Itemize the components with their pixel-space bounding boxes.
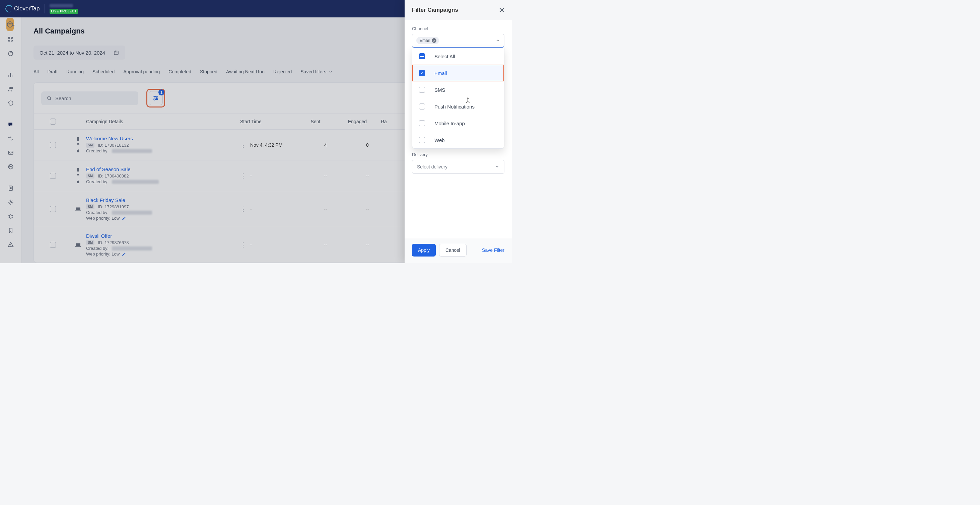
campaign-name-link[interactable]: End of Season Sale	[86, 167, 130, 172]
checkbox-icon	[419, 103, 425, 110]
option-web[interactable]: Web	[412, 132, 504, 148]
tab-approval-pending[interactable]: Approval pending	[123, 69, 160, 76]
selected-chip-email[interactable]: Email ✕	[416, 37, 439, 44]
row-checkbox[interactable]	[50, 206, 56, 212]
project-switcher[interactable]: LIVE PROJECT	[49, 4, 78, 14]
created-by-label: Created by:	[86, 148, 108, 153]
filter-button[interactable]: 1	[149, 91, 163, 105]
sliders-icon	[153, 95, 159, 102]
apple-icon	[76, 179, 80, 184]
svg-point-21	[156, 97, 158, 98]
project-name-blurred	[49, 4, 73, 7]
campaign-id: ID: 1730718132	[98, 143, 129, 148]
channel-label: Channel	[412, 26, 504, 31]
tab-running[interactable]: Running	[66, 69, 84, 76]
search-input[interactable]: Search	[41, 91, 138, 105]
chevron-down-icon	[328, 69, 333, 74]
analytics-icon[interactable]	[7, 71, 14, 78]
row-menu-button[interactable]: ⋮	[240, 172, 250, 179]
bookmark-icon[interactable]	[7, 227, 14, 234]
filter-panel: Filter Campaigns Channel Email ✕ Select …	[405, 0, 512, 263]
save-filter-link[interactable]: Save Filter	[482, 248, 504, 253]
tab-draft[interactable]: Draft	[48, 69, 57, 76]
cancel-button[interactable]: Cancel	[439, 244, 466, 257]
logo-mark-icon	[4, 4, 14, 13]
account-avatar[interactable]: ▾	[7, 21, 14, 29]
campaign-name-link[interactable]: Diwali Offer	[86, 233, 112, 239]
close-panel-button[interactable]	[499, 7, 504, 13]
svg-point-8	[9, 87, 11, 89]
option-select-all[interactable]: Select All	[412, 48, 504, 65]
tab-all[interactable]: All	[33, 69, 39, 76]
row-menu-button[interactable]: ⋮	[240, 205, 250, 213]
tab-completed[interactable]: Completed	[169, 69, 191, 76]
campaign-id: ID: 1729876678	[98, 240, 129, 245]
settings-icon[interactable]	[7, 199, 14, 206]
apple-icon	[76, 149, 80, 153]
phone-icon	[76, 137, 80, 141]
svg-rect-27	[76, 243, 80, 246]
android-icon	[76, 173, 80, 178]
platform-icons	[70, 243, 86, 247]
row-checkbox[interactable]	[50, 142, 56, 148]
tab-scheduled[interactable]: Scheduled	[92, 69, 115, 76]
tab-awaiting[interactable]: Awaiting Next Run	[226, 69, 265, 76]
col-rate: Ra	[381, 119, 401, 124]
apply-button[interactable]: Apply	[412, 244, 436, 257]
debug-icon[interactable]	[7, 213, 14, 220]
target-icon[interactable]	[7, 50, 14, 57]
option-push[interactable]: Push Notifications	[412, 98, 504, 115]
option-email[interactable]: ✓ Email	[412, 65, 504, 81]
delivery-select[interactable]: Select delivery	[412, 160, 504, 174]
created-by-label: Created by:	[86, 179, 108, 184]
campaigns-icon[interactable]	[7, 121, 14, 128]
search-placeholder: Search	[55, 95, 72, 101]
saved-filters-dropdown[interactable]: Saved filters	[301, 69, 333, 76]
creator-blurred	[112, 246, 152, 251]
checkbox-icon	[419, 87, 425, 93]
date-range-picker[interactable]: Oct 21, 2024 to Nov 20, 2024	[33, 46, 125, 60]
campaign-name-link[interactable]: Black Friday Sale	[86, 197, 125, 203]
start-time: -	[250, 242, 307, 248]
brand-name: CleverTap	[14, 5, 40, 12]
tab-rejected[interactable]: Rejected	[273, 69, 292, 76]
sent-count: 4	[307, 142, 344, 148]
nav-rail: ▾	[0, 17, 21, 263]
svg-point-0	[7, 22, 13, 27]
sm-badge: SM	[86, 173, 94, 178]
journeys-icon[interactable]	[7, 135, 14, 142]
pencil-icon[interactable]	[122, 216, 126, 221]
divider	[45, 4, 45, 13]
remove-chip-icon[interactable]: ✕	[432, 38, 436, 43]
select-all-checkbox[interactable]	[50, 119, 56, 125]
inbox-icon[interactable]	[7, 149, 14, 156]
channel-multiselect[interactable]: Email ✕	[412, 34, 504, 48]
svg-rect-24	[77, 168, 79, 172]
tab-stopped[interactable]: Stopped	[200, 69, 217, 76]
created-by-label: Created by:	[86, 246, 108, 251]
sm-badge: SM	[86, 143, 94, 148]
option-sms[interactable]: SMS	[412, 81, 504, 98]
option-mobile-inapp[interactable]: Mobile In-app	[412, 115, 504, 132]
notifications-icon[interactable]	[7, 262, 14, 263]
users-icon[interactable]	[7, 86, 14, 92]
pencil-icon[interactable]	[122, 252, 126, 257]
boards-icon[interactable]	[7, 36, 14, 43]
filter-button-highlight: 1	[146, 89, 165, 108]
row-checkbox[interactable]	[50, 242, 56, 248]
refresh-icon[interactable]	[7, 100, 14, 106]
row-checkbox[interactable]	[50, 173, 56, 179]
svg-rect-25	[76, 208, 80, 210]
support-icon[interactable]	[7, 164, 14, 170]
row-menu-button[interactable]: ⋮	[240, 241, 250, 248]
sent-count: --	[307, 173, 344, 178]
campaign-name-link[interactable]: Welcome New Users	[86, 136, 133, 141]
svg-point-2	[11, 24, 11, 24]
delivery-label: Delivery	[412, 152, 504, 157]
alert-icon[interactable]	[7, 241, 14, 248]
start-time: -	[250, 173, 307, 178]
svg-point-19	[48, 97, 51, 100]
row-menu-button[interactable]: ⋮	[240, 141, 250, 149]
svg-rect-23	[77, 137, 79, 141]
reports-icon[interactable]	[7, 185, 14, 192]
